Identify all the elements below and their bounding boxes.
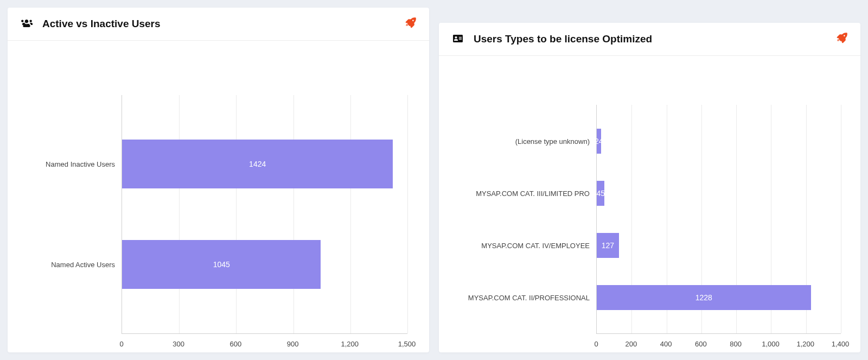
card-title: Active vs Inactive Users [42,18,405,30]
bar-value-label: 1228 [695,293,712,302]
chart-bar[interactable]: 1045 [122,240,321,289]
card-license-optimized: Users Types to be license Optimized 2445… [439,23,860,352]
chart-bar[interactable]: 24 [597,129,601,154]
x-tick-label: 1,200 [796,340,814,348]
y-category-label: MYSAP.COM CAT. III/LIMITED PRO [439,189,590,197]
rocket-icon[interactable] [837,33,847,46]
card-active-vs-inactive: Active vs Inactive Users 142410450300600… [8,8,429,352]
people-icon [21,18,33,30]
y-category-label: MYSAP.COM CAT. II/PROFESSIONAL [439,293,590,301]
y-category-label: Named Active Users [8,261,115,269]
x-tick-label: 1,200 [341,340,359,348]
x-tick-label: 0 [594,340,598,348]
bar-value-label: 127 [602,241,614,250]
chart-bar[interactable]: 127 [597,233,619,258]
x-tick-label: 300 [173,340,184,348]
y-category-label: MYSAP.COM CAT. IV/EMPLOYEE [439,241,590,249]
y-category-label: Named Inactive Users [8,160,115,168]
x-tick-label: 1,500 [398,340,416,348]
card-header: Users Types to be license Optimized [439,23,860,56]
card-header: Active vs Inactive Users [8,8,429,41]
x-tick-label: 1,000 [762,340,780,348]
bar-value-label: 1424 [249,160,266,168]
x-tick-label: 600 [230,340,242,348]
x-tick-label: 900 [287,340,299,348]
x-tick-label: 200 [625,340,637,348]
chart-license-optimized: 2445127122802004006008001,0001,2001,400(… [439,56,860,352]
bar-value-label: 45 [596,189,605,198]
chart-body: 1424104503006009001,2001,500Named Inacti… [8,41,429,352]
x-tick-label: 400 [660,340,672,348]
chart-bar[interactable]: 45 [597,181,604,206]
chart-bar[interactable]: 1424 [122,140,393,188]
idcard-icon [452,33,464,46]
chart-active-vs-inactive: 1424104503006009001,2001,500Named Inacti… [8,41,429,352]
rocket-icon[interactable] [405,17,416,30]
bar-value-label: 1045 [213,260,230,269]
card-title: Users Types to be license Optimized [474,33,837,45]
chart-body: 2445127122802004006008001,0001,2001,400(… [439,56,860,352]
x-tick-label: 600 [695,340,707,348]
x-tick-label: 1,400 [832,340,850,348]
y-category-label: (License type unknown) [439,137,590,145]
bar-value-label: 24 [595,137,603,146]
x-tick-label: 800 [730,340,742,348]
x-tick-label: 0 [119,340,123,348]
chart-bar[interactable]: 1228 [597,285,811,310]
